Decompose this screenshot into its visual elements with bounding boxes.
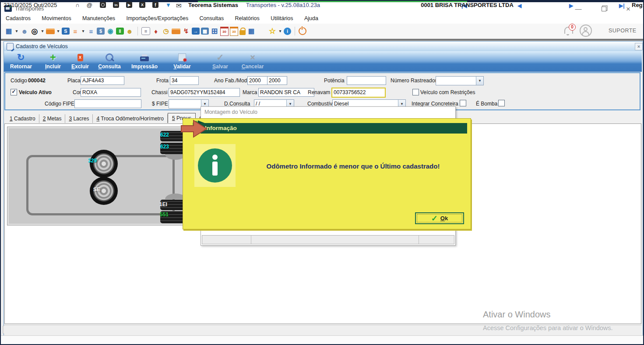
caret-down-icon[interactable]: ▾ (40, 27, 45, 35)
menu-manutencoes[interactable]: Manutenções (77, 13, 120, 21)
menu-utilitarios[interactable]: Utilitários (266, 13, 298, 21)
menu-consultas[interactable]: Consultas (195, 13, 229, 21)
tab-metas[interactable]: 2 Metas (39, 114, 66, 123)
cashier-icon[interactable]: $ (97, 28, 105, 35)
structure-icon[interactable]: ≡ (71, 27, 80, 35)
calendar-config-icon[interactable]: 30 (230, 27, 238, 36)
tire-label: 623 (160, 144, 169, 150)
tab-lacres[interactable]: 3 Lacres (65, 114, 93, 123)
tab-troca-odometro[interactable]: 4 Troca Odômetro/Horímetro (93, 114, 167, 123)
spare-tire-329[interactable] (90, 150, 118, 178)
nav-next-button[interactable]: ▶ (569, 3, 573, 9)
app-window: Transportes — × Cadastros Movimentos Man… (0, 0, 644, 345)
tires-icon[interactable]: ◎ (30, 27, 39, 35)
stock-icon[interactable]: S (62, 28, 70, 35)
fipe-label: $ FIPE (152, 101, 168, 107)
caret-down-icon[interactable]: ▾ (56, 27, 60, 35)
teorema-logo-icon[interactable]: ✉ (176, 2, 182, 10)
table-icon[interactable]: ▦ (201, 28, 209, 35)
instagram-icon[interactable] (100, 2, 106, 8)
chassi-input[interactable]: 9ADG0752YYM152484 (169, 88, 240, 97)
user-profile-icon[interactable] (580, 25, 592, 37)
report-icon[interactable]: ≡ (141, 27, 150, 35)
validar-button[interactable]: Validar (165, 52, 199, 70)
veiculo-ativo-checkbox[interactable]: ✓ (11, 89, 17, 95)
team-icon[interactable]: ☻ (125, 27, 134, 35)
menu-importacoes[interactable]: Importações/Exportações (121, 13, 193, 21)
integrar-checkbox[interactable] (460, 100, 466, 106)
transfer-icon[interactable]: → (192, 28, 200, 35)
audit-icon[interactable]: ▦ (247, 27, 256, 35)
potencia-input[interactable] (347, 76, 386, 85)
lock-icon[interactable] (239, 30, 246, 35)
menu-cadastros[interactable]: Cadastros (1, 13, 35, 21)
power-icon[interactable] (299, 27, 306, 35)
menu-relatorios[interactable]: Relatórios (230, 13, 264, 21)
list-icon[interactable]: ≡ (87, 27, 95, 35)
minimize-button[interactable]: — (572, 5, 585, 12)
impressao-button[interactable]: Impressão (127, 52, 162, 70)
x-twitter-icon[interactable]: X (139, 2, 145, 8)
mdi-close-button[interactable]: × (635, 43, 643, 50)
restricoes-checkbox[interactable] (412, 89, 419, 95)
bus-icon[interactable] (172, 28, 180, 34)
cor-input[interactable]: ROXA (81, 88, 141, 97)
menu-ajuda[interactable]: Ajuda (299, 13, 323, 21)
rastreador-combo[interactable]: ▾ (436, 76, 484, 85)
tab-cadastro[interactable]: 1 Cadastro (6, 114, 39, 123)
nav-last-button[interactable]: ▶| (619, 3, 625, 9)
renavam-label: Renavam (308, 89, 330, 95)
clock-icon[interactable]: ◷ (162, 27, 170, 35)
at-icon[interactable]: @ (87, 2, 92, 8)
dialog-message: Odômetro Informado é menor que o Último … (244, 162, 462, 170)
caret-down-icon[interactable]: ▾ (278, 27, 282, 35)
ano-mod-input[interactable]: 2000 (267, 76, 287, 85)
favorites-icon[interactable]: ☆ (268, 27, 277, 35)
ano-fab-input[interactable]: 2000 (247, 76, 267, 85)
companies-icon[interactable]: ▦ (4, 27, 13, 35)
restore-button[interactable] (602, 7, 606, 11)
funnel-icon[interactable]: ▼ (165, 2, 171, 8)
consulta-button[interactable]: Consulta (95, 52, 124, 70)
caret-down-icon[interactable]: ▾ (14, 27, 19, 35)
linkedin-icon[interactable]: in (113, 2, 119, 8)
tire-label: 1EI (159, 201, 167, 208)
caret-down-icon[interactable]: ▾ (476, 77, 483, 85)
youtube-icon[interactable]: ▶ (126, 2, 132, 8)
pump-icon[interactable]: ♦ (151, 27, 160, 35)
incluir-button[interactable]: + Incluir (40, 52, 66, 70)
chassi-label: Chassi (151, 89, 168, 95)
caret-down-icon[interactable]: ▾ (81, 27, 85, 35)
renavam-input[interactable]: 00733756522 (331, 88, 386, 98)
potencia-label: Potência (324, 77, 345, 84)
excluir-button[interactable]: x Excluir (67, 52, 93, 70)
marca-label: Marca (243, 89, 257, 95)
partners-icon[interactable]: ◉ (106, 27, 115, 35)
menu-movimentos[interactable]: Movimentos (37, 13, 76, 21)
codigo-fipe-input[interactable] (74, 99, 141, 108)
support-label[interactable]: SUPORTE (609, 28, 637, 34)
grid-divider (419, 236, 419, 244)
retornar-button[interactable]: ↺ Retornar (4, 52, 39, 70)
vehicles-icon[interactable] (46, 28, 55, 34)
frota-input[interactable]: 34 (170, 76, 199, 85)
bomba-checkbox[interactable] (498, 100, 505, 106)
placa-label: Placa (67, 77, 81, 84)
marca-input[interactable]: RANDON SR CA (258, 88, 314, 97)
printer-icon (140, 56, 149, 61)
facebook-icon[interactable]: f (152, 2, 158, 8)
ok-button[interactable]: ✓ Ok (415, 212, 464, 224)
codigo-label: Código (11, 77, 27, 84)
fuel-station-icon[interactable]: ‖ (116, 28, 124, 35)
employees-icon[interactable]: ☻ (20, 27, 29, 35)
montagem-grid-row (202, 235, 454, 244)
fuel-nozzle-icon[interactable]: ↯ (182, 27, 190, 35)
frota-label: Frota (156, 77, 169, 84)
headphones-icon[interactable]: ∩ (75, 2, 79, 8)
placa-input[interactable]: AJF4A43 (81, 76, 124, 85)
calculator-icon[interactable]: ⊞ (210, 27, 219, 35)
calendar-icon[interactable]: 30 (220, 27, 229, 36)
main-toolbar: ▦ ▾ ☻ ◎ ▾ ▾ S ≡ ▾ ≡ $ ◉ ‖ ☻ ≡ ♦ ◷ ↯ → ▦ … (1, 24, 643, 39)
validate-icon (178, 53, 186, 61)
info-icon[interactable]: i (284, 28, 291, 35)
